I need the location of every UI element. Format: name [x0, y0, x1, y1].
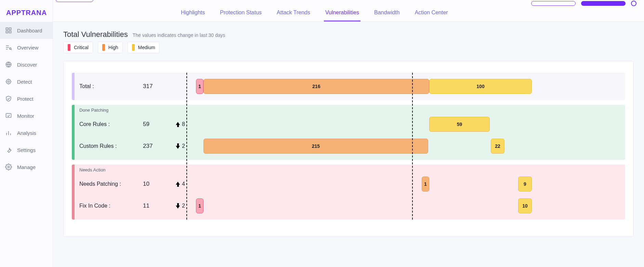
bar-medium: 59 — [429, 117, 490, 132]
bar-medium: 100 — [429, 79, 532, 94]
chart-row: Fix In Code : 11 2 110 — [72, 195, 625, 217]
tab-attack-trends[interactable]: Attack Trends — [275, 5, 312, 22]
swatch-critical-icon — [68, 44, 70, 51]
app-root: APPTRANA Dashboard Overview Discover Det… — [0, 0, 644, 267]
section-stripe — [72, 73, 75, 100]
legend-medium[interactable]: Medium — [128, 42, 160, 53]
bar-chart-icon — [5, 129, 12, 137]
arrow-up-icon — [176, 122, 180, 127]
row-count: 59 — [143, 121, 174, 128]
tab-action-center[interactable]: Action Center — [413, 5, 449, 22]
legend-high[interactable]: High — [98, 42, 123, 53]
top-primary-button[interactable] — [581, 1, 626, 6]
dashboard-icon — [5, 27, 12, 34]
svg-point-11 — [8, 81, 10, 83]
svg-rect-3 — [9, 31, 11, 33]
target-icon — [5, 78, 12, 85]
page-subtitle: The values indicates change in last 30 d… — [133, 32, 225, 38]
top-outline-button[interactable] — [531, 1, 576, 6]
row-delta: 2 — [176, 143, 193, 149]
sidebar-item-label: Monitor — [17, 113, 34, 119]
page-header: Total Vulnerabilities The values indicat… — [63, 30, 634, 39]
sidebar-item-settings[interactable]: Settings — [0, 141, 53, 158]
row-count: 237 — [143, 143, 174, 150]
swatch-medium-icon — [132, 44, 135, 51]
top-circle-button[interactable] — [631, 1, 636, 6]
row-delta: 8 — [176, 121, 193, 127]
legend-critical[interactable]: Critical — [63, 42, 93, 53]
sidebar-item-discover[interactable]: Discover — [0, 56, 53, 73]
sidebar-item-label: Dashboard — [17, 28, 42, 33]
row-count: 10 — [143, 181, 174, 187]
section-title: Needs Action — [72, 167, 625, 173]
bar-track: 21522 — [195, 139, 621, 154]
svg-rect-1 — [9, 28, 11, 30]
vulnerabilities-card: Total : 317 1216100 Done Patching Core R… — [63, 61, 634, 237]
section-title: Done Patching — [72, 108, 625, 113]
section-total: Total : 317 1216100 — [72, 73, 625, 100]
svg-rect-2 — [6, 31, 8, 33]
row-count: 11 — [143, 202, 174, 209]
bar-medium: 22 — [491, 139, 504, 154]
section-stripe — [72, 165, 75, 220]
topbar: Highlights Protection Status Attack Tren… — [53, 0, 644, 22]
sidebar-item-overview[interactable]: Overview — [0, 39, 53, 56]
sidebar-item-dashboard[interactable]: Dashboard — [0, 22, 53, 39]
sidebar-item-label: Manage — [17, 164, 36, 170]
sidebar-item-detect[interactable]: Detect — [0, 73, 53, 90]
guide-line-2 — [412, 73, 413, 220]
chart-row: Total : 317 1216100 — [72, 75, 625, 97]
gear-icon — [5, 163, 12, 171]
content: Total Vulnerabilities The values indicat… — [53, 22, 644, 245]
brand-logo: APPTRANA — [0, 3, 53, 22]
section-done: Done Patching Core Rules : 59 8 59 Custo… — [72, 105, 625, 160]
sidebar-item-label: Discover — [17, 62, 37, 68]
sidebar-item-manage[interactable]: Manage — [0, 158, 53, 175]
legend: Critical High Medium — [63, 42, 634, 53]
tabs: Highlights Protection Status Attack Tren… — [180, 5, 449, 22]
top-actions — [531, 0, 636, 7]
tab-highlights[interactable]: Highlights — [180, 5, 206, 22]
bar-high: 216 — [203, 79, 429, 94]
bar-medium: 10 — [518, 198, 532, 213]
row-delta: 4 — [176, 181, 193, 187]
shield-icon — [5, 95, 12, 102]
page-title: Total Vulnerabilities — [63, 30, 128, 39]
bar-high: 215 — [203, 139, 428, 154]
tab-bandwidth[interactable]: Bandwidth — [373, 5, 401, 22]
sidebar: APPTRANA Dashboard Overview Discover Det… — [0, 0, 53, 267]
sidebar-item-protect[interactable]: Protect — [0, 90, 53, 107]
legend-label: High — [108, 45, 118, 50]
list-search-icon — [5, 44, 12, 51]
tab-vulnerabilities[interactable]: Vulnerabilities — [324, 5, 360, 22]
svg-rect-0 — [6, 28, 8, 30]
swatch-high-icon — [102, 44, 105, 51]
legend-label: Critical — [74, 45, 89, 50]
bar-track: 110 — [195, 198, 621, 213]
legend-label: Medium — [138, 45, 155, 50]
sidebar-item-monitor[interactable]: Monitor — [0, 107, 53, 124]
sidebar-item-label: Protect — [17, 96, 34, 102]
row-count: 317 — [143, 83, 174, 90]
bar-critical: 1 — [196, 198, 203, 213]
bar-track: 19 — [195, 177, 621, 192]
section-needs: Needs Action Needs Patching : 10 4 19 Fi… — [72, 165, 625, 220]
sidebar-item-analysis[interactable]: Analysis — [0, 124, 53, 141]
arrow-up-icon — [176, 182, 180, 187]
sidebar-item-label: Detect — [17, 79, 32, 85]
arrow-down-icon — [176, 203, 180, 209]
chart-row: Needs Patching : 10 4 19 — [72, 173, 625, 195]
bar-high: 1 — [422, 177, 429, 192]
row-label: Total : — [79, 83, 141, 89]
svg-point-20 — [8, 166, 10, 168]
top-left-pill[interactable] — [56, 0, 93, 2]
globe-icon — [5, 61, 12, 68]
tab-protection-status[interactable]: Protection Status — [219, 5, 263, 22]
guide-line-1 — [186, 73, 187, 220]
row-label: Fix In Code : — [79, 203, 141, 209]
svg-line-8 — [11, 49, 12, 50]
row-label: Needs Patching : — [79, 181, 141, 187]
row-delta: 2 — [176, 203, 193, 209]
chart-row: Custom Rules : 237 2 21522 — [72, 135, 625, 157]
bar-track: 59 — [195, 117, 621, 132]
